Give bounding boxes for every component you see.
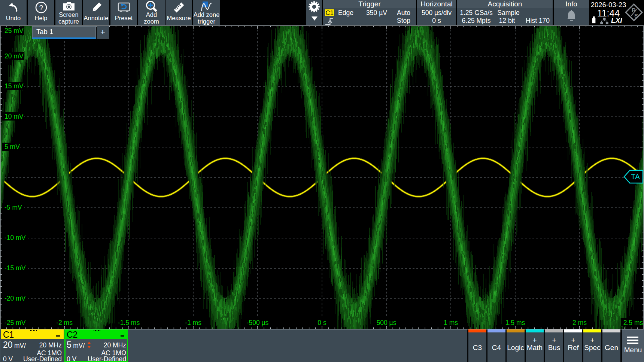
svg-text:1.5 ms: 1.5 ms	[505, 319, 525, 326]
svg-text:1 ms: 1 ms	[444, 319, 458, 326]
svg-text:2 ms: 2 ms	[572, 319, 587, 326]
svg-text:10 mV: 10 mV	[4, 113, 24, 120]
svg-text:-1 ms: -1 ms	[185, 319, 201, 326]
svg-text:-500 µs: -500 µs	[247, 319, 269, 326]
svg-text:0 s: 0 s	[318, 319, 326, 326]
svg-text:-15 mV: -15 mV	[4, 264, 26, 272]
svg-text:-5 mV: -5 mV	[4, 204, 22, 211]
svg-text:-20 mV: -20 mV	[4, 295, 26, 302]
svg-text:TA: TA	[631, 173, 640, 181]
svg-text:25 mV: 25 mV	[4, 27, 24, 34]
svg-text:S: S	[634, 12, 638, 19]
svg-text:?: ?	[39, 4, 43, 12]
svg-text:-2 ms: -2 ms	[56, 319, 73, 326]
svg-text:-25 mV: -25 mV	[4, 319, 26, 326]
svg-text:5 mV: 5 mV	[4, 143, 20, 150]
svg-text:2.5 ms: 2.5 ms	[623, 319, 643, 326]
svg-text:-10 mV: -10 mV	[4, 234, 26, 241]
svg-text:500 µs: 500 µs	[377, 319, 397, 326]
svg-text:-1.5 ms: -1.5 ms	[118, 319, 140, 326]
svg-text:15 mV: 15 mV	[4, 82, 24, 90]
svg-text:20 mV: 20 mV	[4, 52, 24, 60]
